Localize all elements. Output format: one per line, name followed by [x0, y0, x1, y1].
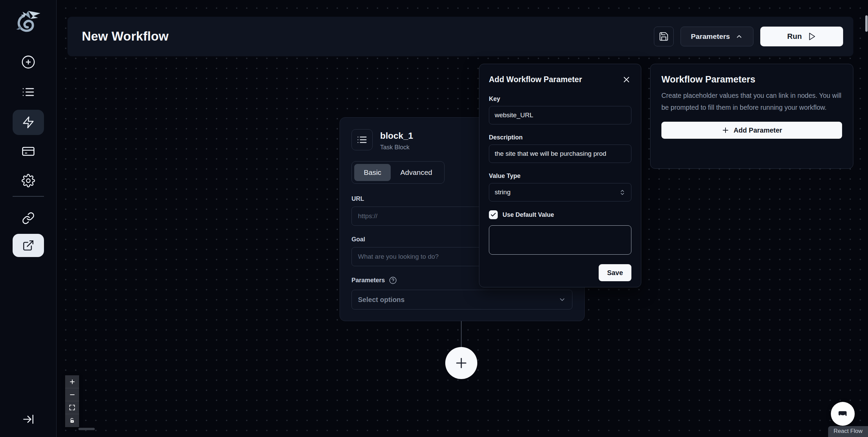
question-circle-icon[interactable] [389, 276, 397, 284]
plus-icon [453, 355, 469, 371]
block-name: block_1 [380, 131, 413, 141]
panel-title: Workflow Parameters [661, 74, 842, 85]
block-type: Task Block [380, 144, 413, 151]
link-icon[interactable] [21, 211, 36, 226]
plus-circle-icon[interactable] [21, 55, 36, 70]
add-block-button[interactable] [445, 347, 477, 379]
key-input[interactable] [489, 106, 631, 124]
tab-advanced[interactable]: Advanced [391, 164, 442, 181]
skyvern-dragon-logo[interactable] [14, 7, 43, 36]
gear-icon[interactable] [21, 173, 36, 188]
floppy-disk-icon [659, 31, 669, 42]
workflow-edge [461, 321, 462, 348]
chevron-down-icon [558, 296, 566, 303]
zoom-out-icon[interactable] [65, 388, 79, 401]
chevron-up-icon [735, 33, 743, 40]
sidebar-divider [13, 196, 44, 197]
chat-bubble-icon [837, 408, 849, 420]
parameters-toggle-button[interactable]: Parameters [680, 27, 753, 46]
add-parameter-button[interactable]: Add Parameter [661, 122, 842, 139]
close-icon[interactable] [621, 74, 631, 85]
list-icon[interactable] [21, 85, 36, 100]
modal-title: Add Workflow Parameter [489, 75, 582, 84]
save-button[interactable]: Save [599, 264, 631, 281]
tab-basic[interactable]: Basic [354, 164, 391, 181]
value-type-label: Value Type [489, 172, 631, 180]
list-icon [351, 129, 373, 150]
horizontal-scrollbar[interactable] [78, 428, 95, 430]
parameters-button-label: Parameters [691, 32, 730, 41]
value-type-select[interactable]: string [489, 183, 631, 201]
save-button[interactable] [654, 27, 674, 46]
page-title: New Workflow [82, 29, 169, 44]
react-flow-attribution[interactable]: React Flow [828, 426, 868, 437]
vertical-scrollbar[interactable] [865, 15, 868, 32]
description-input[interactable] [489, 145, 631, 163]
block-tab-group: Basic Advanced [351, 161, 445, 184]
add-workflow-parameter-modal: Add Workflow Parameter Key Description V… [479, 64, 641, 287]
parameters-multiselect[interactable]: Select options [351, 290, 572, 310]
check-icon [490, 212, 496, 218]
credit-card-icon[interactable] [21, 144, 36, 159]
lock-icon[interactable] [65, 414, 79, 427]
workflow-header: New Workflow Parameters Run [68, 17, 853, 56]
fit-view-icon[interactable] [65, 401, 79, 414]
add-parameter-label: Add Parameter [734, 126, 782, 134]
parameters-label: Parameters [351, 277, 385, 284]
chevrons-up-down-icon [619, 189, 626, 196]
default-value-input[interactable] [489, 225, 631, 255]
play-icon [807, 32, 816, 41]
description-label: Description [489, 134, 631, 141]
lightning-icon[interactable] [13, 110, 44, 135]
key-label: Key [489, 95, 631, 103]
panel-description: Create placeholder values that you can l… [661, 90, 842, 114]
use-default-checkbox[interactable] [489, 210, 498, 219]
external-link-icon[interactable] [13, 234, 44, 257]
zoom-in-icon[interactable] [65, 375, 79, 388]
use-default-label: Use Default Value [503, 211, 554, 218]
run-button-label: Run [787, 32, 802, 41]
arrow-right-to-line-icon[interactable] [21, 412, 36, 427]
workflow-parameters-panel: Workflow Parameters Create placeholder v… [650, 64, 853, 169]
chat-widget-button[interactable] [831, 402, 855, 426]
plus-icon [721, 126, 730, 134]
canvas-controls [65, 375, 79, 427]
value-type-value: string [495, 189, 510, 196]
run-button[interactable]: Run [760, 27, 843, 46]
select-placeholder: Select options [358, 296, 405, 304]
sidebar [0, 0, 57, 437]
